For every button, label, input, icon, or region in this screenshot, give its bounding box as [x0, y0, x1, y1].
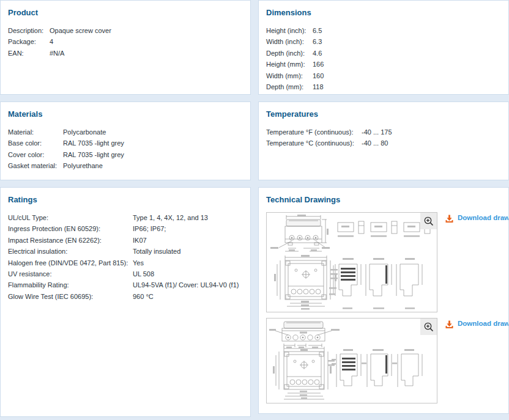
spec-row: Width (inch): 6.3	[266, 36, 501, 47]
spec-row: Ingress Protection (EN 60529): IP66; IP6…	[8, 223, 243, 234]
spec-label: Impact Resistance (EN 62262):	[8, 235, 133, 246]
technical-drawing-thumbnail-1[interactable]	[266, 212, 437, 312]
materials-spec-list: Material: Polycarbonate Base color: RAL …	[8, 127, 243, 172]
spec-row: Halogen free (DIN/VDE 0472, Part 815): Y…	[8, 257, 243, 268]
product-panel-title: Product	[8, 8, 243, 17]
spec-value: Opaque screw cover	[50, 25, 243, 36]
technical-drawing-1-image	[267, 213, 437, 312]
technical-drawing-2-image	[267, 319, 437, 403]
spec-label: Material:	[8, 127, 63, 138]
technical-drawing-thumbnail-2[interactable]	[266, 318, 437, 403]
spec-label: Flammability Rating:	[8, 279, 133, 290]
spec-label: Depth (mm):	[266, 81, 313, 92]
technical-drawings-panel-title: Technical Drawings	[266, 195, 501, 204]
spec-value: Polycarbonate	[63, 127, 243, 138]
drawing-row-2: Download drawing	[266, 318, 501, 403]
spec-row: UV resistance: UL 508	[8, 268, 243, 279]
spec-row: EAN: #N/A	[8, 48, 243, 59]
spec-label: Package:	[8, 36, 50, 47]
dimensions-panel: Dimensions Height (inch): 6.5 Width (inc…	[258, 0, 509, 95]
download-drawing-2-link[interactable]: Download drawing	[445, 320, 509, 329]
spec-label: Base color:	[8, 138, 63, 149]
spec-value: UL 508	[133, 268, 243, 279]
spec-value: 4	[50, 36, 243, 47]
spec-label: UV resistance:	[8, 268, 133, 279]
spec-value: 6.5	[313, 25, 501, 36]
temperatures-panel-title: Temperatures	[266, 109, 501, 119]
download-drawing-1-link[interactable]: Download drawing	[445, 214, 509, 223]
spec-label: Cover color:	[8, 149, 63, 160]
spec-row: Temperature °F (continuous): -40 ... 175	[266, 127, 501, 138]
spec-label: Electrical insulation:	[8, 246, 133, 257]
spec-row: Height (mm): 166	[266, 59, 501, 70]
temperatures-spec-list: Temperature °F (continuous): -40 ... 175…	[266, 127, 501, 149]
magnifier-plus-icon	[423, 322, 434, 333]
spec-value: Polyurethane	[63, 160, 243, 171]
spec-row: Depth (inch): 4.6	[266, 48, 501, 59]
spec-label: Glow Wire Test (IEC 60695):	[8, 291, 133, 302]
dimensions-panel-title: Dimensions	[266, 8, 501, 17]
row-materials-temperatures: Materials Material: Polycarbonate Base c…	[0, 101, 509, 180]
spec-value: -40 ... 80	[362, 138, 501, 149]
spec-label: Temperature °C (continuous):	[266, 138, 362, 149]
spec-value: 6.3	[313, 36, 501, 47]
spec-value: UL94-5VA (f1)/ Cover: UL94-V0 (f1)	[133, 279, 243, 290]
spec-row: Electrical insulation: Totally insulated	[8, 246, 243, 257]
technical-drawings-panel: Technical Drawings	[258, 187, 509, 414]
dimensions-spec-list: Height (inch): 6.5 Width (inch): 6.3 Dep…	[266, 25, 501, 92]
spec-row: Glow Wire Test (IEC 60695): 960 °C	[8, 291, 243, 302]
zoom-drawing-1-button[interactable]	[420, 213, 437, 229]
spec-label: Height (inch):	[266, 25, 313, 36]
spec-label: Height (mm):	[266, 59, 313, 70]
row-product-dimensions: Product Description: Opaque screw cover …	[0, 0, 509, 95]
spec-value: RAL 7035 -light grey	[63, 138, 243, 149]
spec-value: 166	[313, 59, 501, 70]
spec-row: Impact Resistance (EN 62262): IK07	[8, 235, 243, 246]
spec-row: Material: Polycarbonate	[8, 127, 243, 138]
spec-value: Type 1, 4, 4X, 12, and 13	[133, 212, 243, 223]
spec-label: Gasket material:	[8, 160, 63, 171]
spec-label: Depth (inch):	[266, 48, 313, 59]
spec-value: #N/A	[50, 48, 243, 59]
spec-row: Temperature °C (continuous): -40 ... 80	[266, 138, 501, 149]
spec-value: RAL 7035 -light grey	[63, 149, 243, 160]
spec-value: Totally insulated	[133, 246, 243, 257]
spec-row: Package: 4	[8, 36, 243, 47]
magnifier-plus-icon	[423, 216, 434, 227]
materials-panel: Materials Material: Polycarbonate Base c…	[0, 101, 251, 180]
ratings-spec-list: UL/cUL Type: Type 1, 4, 4X, 12, and 13 I…	[8, 212, 243, 302]
spec-row: Description: Opaque screw cover	[8, 25, 243, 36]
download-drawing-1-label: Download drawing	[458, 214, 509, 221]
spec-label: Width (mm):	[266, 70, 313, 81]
spec-label: Description:	[8, 25, 50, 36]
product-spec-list: Description: Opaque screw cover Package:…	[8, 25, 243, 59]
row-ratings-drawings: Ratings UL/cUL Type: Type 1, 4, 4X, 12, …	[0, 187, 509, 417]
spec-value: 160	[313, 70, 501, 81]
spec-row: Depth (mm): 118	[266, 81, 501, 92]
spec-value: 960 °C	[133, 291, 243, 302]
spec-value: 118	[313, 81, 501, 92]
spec-row: Gasket material: Polyurethane	[8, 160, 243, 171]
spec-label: UL/cUL Type:	[8, 212, 133, 223]
spec-label: Temperature °F (continuous):	[266, 127, 362, 138]
spec-label: Width (inch):	[266, 36, 313, 47]
spec-value: Yes	[133, 257, 243, 268]
spec-label: EAN:	[8, 48, 50, 59]
spec-label: Ingress Protection (EN 60529):	[8, 223, 133, 234]
download-drawing-2-label: Download drawing	[458, 320, 509, 327]
spec-row: Base color: RAL 7035 -light grey	[8, 138, 243, 149]
ratings-panel-title: Ratings	[8, 195, 243, 204]
spec-row: Width (mm): 160	[266, 70, 501, 81]
spec-row: Height (inch): 6.5	[266, 25, 501, 36]
spec-value: 4.6	[313, 48, 501, 59]
spec-row: UL/cUL Type: Type 1, 4, 4X, 12, and 13	[8, 212, 243, 223]
download-arrow-tray-icon	[445, 320, 453, 329]
zoom-drawing-2-button[interactable]	[420, 319, 437, 335]
temperatures-panel: Temperatures Temperature °F (continuous)…	[258, 101, 509, 180]
spec-value: IP66; IP67;	[133, 223, 243, 234]
download-arrow-tray-icon	[445, 215, 453, 223]
spec-value: IK07	[133, 235, 243, 246]
product-panel: Product Description: Opaque screw cover …	[0, 0, 251, 95]
spec-row: Flammability Rating: UL94-5VA (f1)/ Cove…	[8, 279, 243, 290]
drawing-row-1: Download drawing	[266, 212, 501, 312]
